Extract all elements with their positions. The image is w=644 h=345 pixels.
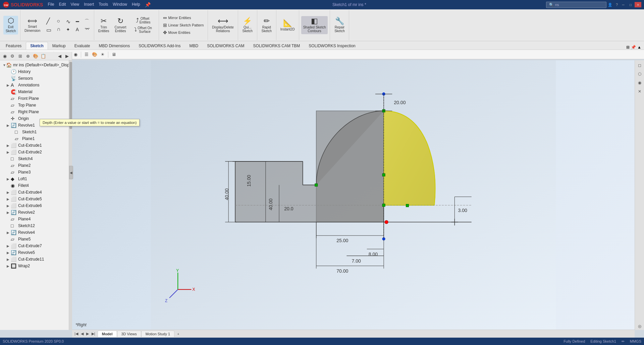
tree-item[interactable]: ▶ ⬜ Cut-Extrude7 <box>0 243 72 249</box>
sketch-canvas[interactable]: 20.00 40.00 15.00 40.00 20.0 25.00 8.00 <box>72 60 635 330</box>
convert-entities-button[interactable]: ↻ ConvertEntities <box>113 16 128 34</box>
tab-features[interactable]: Features <box>1 42 26 50</box>
tree-item[interactable]: ▱ Plane5 <box>0 236 72 243</box>
menu-tools[interactable]: Tools <box>97 1 110 8</box>
tree-item[interactable]: ◉ Fillet4 <box>0 182 72 189</box>
tab-arrow-icon[interactable]: ▲ <box>637 45 641 50</box>
tab-addins[interactable]: SOLIDWORKS Add-Ins <box>134 42 185 50</box>
tree-expand[interactable]: ▶ <box>7 258 11 261</box>
custom-prop-icon[interactable]: 📋 <box>40 53 47 59</box>
arc-button[interactable]: ∩ <box>55 25 63 33</box>
add-tab-button[interactable]: + <box>177 332 179 336</box>
tree-expand[interactable]: ▶ <box>7 231 11 234</box>
tab-3d-views[interactable]: 3D Views <box>117 331 141 337</box>
tree-expand[interactable]: ▶ <box>7 251 11 255</box>
appearance-icon[interactable]: 🎨 <box>32 53 39 59</box>
search-box[interactable]: 🔍 ns <box>546 2 606 8</box>
tree-item[interactable]: 🕐 History <box>0 68 72 75</box>
appearance-button[interactable]: 🎨 <box>91 51 98 58</box>
offset-entities-button[interactable]: ⤴ OffsetEntities <box>130 16 157 25</box>
tree-item[interactable]: ▱ Plane3 <box>0 169 72 176</box>
trim-entities-button[interactable]: ✂ TrimEntities <box>96 16 111 34</box>
tree-expand[interactable]: ▶ <box>7 83 11 87</box>
tree-expand[interactable]: ▶ <box>7 144 11 147</box>
repair-sketch-button[interactable]: 🔧 RepairSketch <box>332 16 347 34</box>
tree-item[interactable]: ▱ Right Plane <box>0 109 72 115</box>
circle-button[interactable]: ○ <box>55 17 63 25</box>
tree-item[interactable]: ▶ ⬜ Cut-Extrude2 <box>0 149 72 155</box>
menu-view[interactable]: View <box>68 1 81 8</box>
construction-button[interactable]: ━ <box>74 18 81 25</box>
display-state-button[interactable]: ☰ <box>83 51 90 58</box>
nav-next[interactable]: ▶ <box>85 331 90 336</box>
tree-item[interactable]: ▶ ⬜ Cut-Extrude11 <box>0 256 72 263</box>
mirror-entities-button[interactable]: ⇔ Mirror Entities <box>161 14 206 21</box>
tab-sw-cam[interactable]: SOLIDWORKS CAM <box>203 42 249 50</box>
exit-sketch-button[interactable]: ⬡ Exit Sketch <box>3 16 18 34</box>
scene-button[interactable]: ☀ <box>99 51 106 58</box>
tree-expand[interactable]: ▶ <box>7 244 11 248</box>
tree-item[interactable]: ▶ ⬜ Cut-Extrude1 <box>0 142 72 149</box>
fillet-button[interactable]: ⌒ <box>83 18 92 25</box>
display-relations-button[interactable]: ⟷ Display/DeleteRelations <box>210 16 235 34</box>
smart-dimension-button[interactable]: ⟺ SmartDimension <box>22 16 42 34</box>
left-panel-scrollbar[interactable] <box>69 60 72 330</box>
right-tab-1[interactable]: ◻ <box>636 62 643 69</box>
right-tab-3[interactable]: ◉ <box>636 79 643 86</box>
tree-expand[interactable]: ▶ <box>7 150 11 154</box>
panel-back-icon[interactable]: ◀ <box>56 53 63 59</box>
tree-expand[interactable]: ▶ <box>7 264 11 268</box>
tab-evaluate[interactable]: Evaluate <box>70 42 95 50</box>
tree-item[interactable]: ▶ ⬜ Cut-Extrude5 <box>0 196 72 202</box>
tree-item[interactable]: ▱ Front Plane <box>0 95 72 102</box>
menu-edit[interactable]: Edit <box>57 1 68 8</box>
feature-manager-icon[interactable]: ◉ <box>1 53 8 59</box>
tree-item[interactable]: □ Sketch4 <box>0 155 72 162</box>
tree-root[interactable]: ▼ 🏠 mr ins (Default<<Default>_Displa <box>0 62 72 68</box>
tree-item[interactable]: □ Sketch12 <box>0 222 72 229</box>
tree-item[interactable]: ▶ ◆ Loft1 <box>0 176 72 182</box>
tab-mbd[interactable]: MBD <box>185 42 203 50</box>
tree-item[interactable]: ▱ Top Plane <box>0 102 72 109</box>
panel-expand-icon[interactable]: ⊞ <box>626 45 630 50</box>
right-tab-bottom[interactable]: ◎ <box>636 323 643 330</box>
maximize-button[interactable]: □ <box>627 2 634 7</box>
offset-surface-button[interactable]: ⤵ Offset OnSurface <box>130 25 157 34</box>
shaded-button[interactable]: ◉ <box>72 51 79 58</box>
menu-window[interactable]: Window <box>111 1 129 8</box>
tree-expand[interactable]: ▶ <box>7 124 11 127</box>
nav-prev[interactable]: ◀ <box>80 331 85 336</box>
root-expand[interactable]: ▼ <box>3 63 6 67</box>
minimize-button[interactable]: ─ <box>620 2 627 7</box>
menu-file[interactable]: File <box>46 1 56 8</box>
tree-item[interactable]: ▱ Plane2 <box>0 162 72 169</box>
tab-sw-cam-tbm[interactable]: SOLIDWORKS CAM TBM <box>249 42 305 50</box>
chamfer-button[interactable]: ⌤ <box>83 26 92 32</box>
tree-item[interactable]: 🧲 Material <box>0 88 72 95</box>
menu-insert[interactable]: Insert <box>82 1 96 8</box>
tab-markup[interactable]: Markup <box>48 42 70 50</box>
tab-motion-study[interactable]: Motion Study 1 <box>141 331 174 337</box>
menu-help[interactable]: Help <box>130 1 142 8</box>
tree-item[interactable]: □ Sketch1 <box>0 129 72 135</box>
tab-pin-icon[interactable]: 📌 <box>631 45 636 50</box>
tree-item[interactable]: ▶ A Annotations <box>0 82 72 88</box>
calc-button[interactable]: 🖥 <box>110 51 117 58</box>
rapid-sketch-button[interactable]: ✏ RapidSketch <box>259 16 274 34</box>
tab-inspection[interactable]: SOLIDWORKS Inspection <box>304 42 360 50</box>
panel-collapse-button[interactable]: ◀ <box>69 166 73 179</box>
tree-expand[interactable]: ▶ <box>7 177 11 181</box>
tree-item[interactable]: ▶ 🔄 Revolve4 <box>0 229 72 236</box>
tree-expand[interactable]: ▶ <box>7 204 11 208</box>
tab-mbd-dimensions[interactable]: MBD Dimensions <box>94 42 134 50</box>
quick-sketch-button[interactable]: ⚡ Qui...Sketch <box>240 16 255 34</box>
linear-pattern-button[interactable]: ⊞ Linear Sketch Pattern <box>161 22 206 28</box>
tree-item[interactable]: ▶ ⬜ Cut-Extrude4 <box>0 189 72 196</box>
point-button[interactable]: ✦ <box>64 26 72 33</box>
tree-item[interactable]: ▶ 🔄 Revolve5 <box>0 249 72 256</box>
tree-item[interactable]: ▶ 🔄 Revolve2 <box>0 209 72 216</box>
right-tab-2[interactable]: ⬡ <box>636 70 643 78</box>
tree-item[interactable]: ▱ Plane4 <box>0 216 72 222</box>
move-entities-button[interactable]: ✥ Move Entities <box>161 29 206 36</box>
shaded-sketch-button[interactable]: ◧ Shaded SketchContours <box>301 16 328 34</box>
